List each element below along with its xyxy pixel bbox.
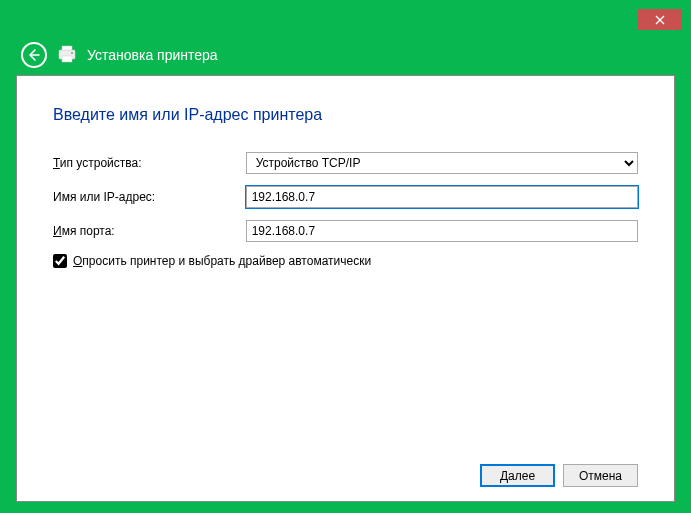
device-type-row: Тип устройства: Устройство TCP/IP	[53, 152, 638, 174]
window-title: Установка принтера	[87, 47, 218, 63]
form: Тип устройства: Устройство TCP/IP Имя ил…	[53, 152, 638, 454]
next-button[interactable]: Далее	[480, 464, 555, 487]
device-type-select[interactable]: Устройство TCP/IP	[246, 152, 638, 174]
autodetect-label: Опросить принтер и выбрать драйвер автом…	[73, 254, 371, 268]
hostname-row: Имя или IP-адрес:	[53, 186, 638, 208]
portname-row: Имя порта:	[53, 220, 638, 242]
printer-icon	[57, 44, 77, 67]
content-area: Введите имя или IP-адрес принтера Тип ус…	[16, 75, 675, 502]
wizard-window: Установка принтера Введите имя или IP-ад…	[9, 9, 682, 508]
portname-label: Имя порта:	[53, 224, 246, 238]
autodetect-row: Опросить принтер и выбрать драйвер автом…	[53, 254, 638, 268]
page-heading: Введите имя или IP-адрес принтера	[53, 106, 638, 124]
portname-input[interactable]	[246, 220, 638, 242]
hostname-input[interactable]	[246, 186, 638, 208]
close-button[interactable]	[637, 9, 682, 30]
footer: Далее Отмена	[53, 454, 638, 487]
device-type-label: Тип устройства:	[53, 156, 246, 170]
arrow-left-icon	[27, 48, 41, 62]
svg-rect-1	[62, 46, 72, 50]
hostname-label: Имя или IP-адрес:	[53, 190, 246, 204]
svg-point-3	[71, 52, 73, 54]
cancel-button[interactable]: Отмена	[563, 464, 638, 487]
back-button[interactable]	[21, 42, 47, 68]
close-icon	[655, 15, 665, 25]
autodetect-checkbox[interactable]	[53, 254, 67, 268]
svg-rect-2	[62, 56, 72, 62]
titlebar: Установка принтера	[9, 35, 218, 75]
